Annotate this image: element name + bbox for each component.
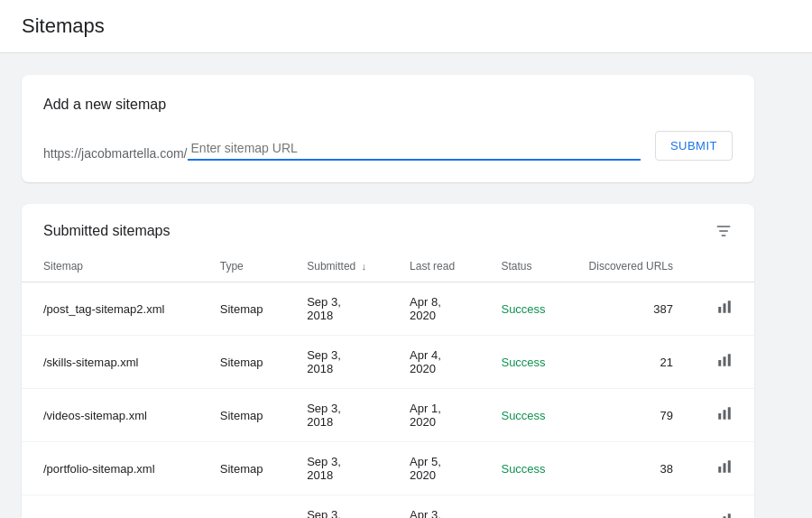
svg-rect-7: [723, 356, 725, 366]
table-row: /skills-sitemap.xml Sitemap Sep 3, 2018 …: [22, 336, 754, 389]
url-prefix: https://jacobmartella.com/: [43, 146, 188, 161]
cell-sitemap: /videos-sitemap.xml: [22, 389, 198, 442]
page-header: Sitemaps: [0, 0, 812, 53]
sitemap-url-input[interactable]: [188, 137, 641, 159]
cell-submitted: Sep 3, 2018: [285, 282, 388, 336]
add-sitemap-card: Add a new sitemap https://jacobmartella.…: [22, 75, 754, 182]
submitted-table-title: Submitted sitemaps: [43, 223, 171, 239]
cell-type: Sitemap: [198, 442, 285, 495]
cell-lastread: Apr 3, 2020: [388, 495, 479, 519]
cell-type: Sitemap: [198, 389, 285, 442]
cell-status: Success: [479, 336, 567, 389]
svg-rect-5: [728, 301, 731, 313]
cell-type: Sitemap: [198, 282, 285, 336]
cell-urls: 387: [567, 282, 695, 336]
submitted-sitemaps-card: Submitted sitemaps Sitemap Type: [22, 204, 754, 518]
cell-status: Success: [479, 495, 567, 519]
cell-action[interactable]: [695, 442, 754, 495]
svg-rect-4: [723, 303, 725, 313]
cell-action[interactable]: [695, 282, 754, 336]
page-title: Sitemaps: [22, 14, 790, 38]
cell-sitemap: /post_tag-sitemap2.xml: [22, 282, 198, 336]
cell-type: Sitemap: [198, 495, 285, 519]
cell-sitemap: /skills-sitemap.xml: [22, 336, 198, 389]
add-sitemap-title: Add a new sitemap: [43, 97, 733, 113]
svg-rect-10: [723, 410, 725, 420]
cell-urls: 38: [567, 442, 695, 495]
col-header-status: Status: [479, 251, 567, 282]
col-header-urls: Discovered URLs: [567, 251, 695, 282]
cell-urls: 79: [567, 389, 695, 442]
svg-rect-13: [723, 463, 725, 473]
bar-chart-icon[interactable]: [716, 354, 733, 372]
svg-rect-12: [718, 467, 721, 473]
cell-submitted: Sep 3, 2018: [285, 495, 388, 519]
cell-type: Sitemap: [198, 336, 285, 389]
cell-lastread: Apr 8, 2020: [388, 282, 479, 336]
bar-chart-icon[interactable]: [716, 513, 733, 519]
cell-submitted: Sep 3, 2018: [285, 442, 388, 495]
svg-rect-17: [728, 513, 731, 518]
cell-submitted: Sep 3, 2018: [285, 389, 388, 442]
cell-sitemap: /portfolio-sitemap.xml: [22, 442, 198, 495]
bar-chart-icon[interactable]: [716, 407, 733, 425]
cell-status: Success: [479, 389, 567, 442]
col-header-submitted[interactable]: Submitted ↓: [285, 251, 388, 282]
svg-rect-11: [728, 407, 731, 420]
svg-rect-14: [728, 460, 731, 473]
filter-icon[interactable]: [715, 222, 733, 240]
svg-rect-9: [718, 413, 721, 420]
cell-lastread: Apr 1, 2020: [388, 389, 479, 442]
col-header-sitemap: Sitemap: [22, 251, 198, 282]
sort-arrow-icon: ↓: [362, 261, 367, 272]
cell-action[interactable]: [695, 336, 754, 389]
cell-status: Success: [479, 442, 567, 495]
cell-status: Success: [479, 282, 567, 336]
bar-chart-icon[interactable]: [716, 301, 733, 319]
cell-urls: 21: [567, 336, 695, 389]
cell-submitted: Sep 3, 2018: [285, 336, 388, 389]
cell-sitemap: /post-sitemap.xml: [22, 495, 198, 519]
svg-rect-3: [718, 307, 721, 313]
table-row: /videos-sitemap.xml Sitemap Sep 3, 2018 …: [22, 389, 754, 442]
submit-button[interactable]: SUBMIT: [655, 131, 733, 161]
col-header-type: Type: [198, 251, 285, 282]
cell-lastread: Apr 4, 2020: [388, 336, 479, 389]
bar-chart-icon[interactable]: [716, 460, 733, 478]
svg-rect-6: [718, 360, 721, 366]
col-header-action: [695, 251, 754, 282]
cell-action[interactable]: [695, 495, 754, 519]
table-row: /portfolio-sitemap.xml Sitemap Sep 3, 20…: [22, 442, 754, 495]
cell-action[interactable]: [695, 389, 754, 442]
svg-rect-8: [728, 354, 731, 366]
col-header-lastread: Last read: [388, 251, 479, 282]
table-row: /post_tag-sitemap2.xml Sitemap Sep 3, 20…: [22, 282, 754, 336]
cell-lastread: Apr 5, 2020: [388, 442, 479, 495]
cell-urls: 569: [567, 495, 695, 519]
table-row: /post-sitemap.xml Sitemap Sep 3, 2018 Ap…: [22, 495, 754, 519]
